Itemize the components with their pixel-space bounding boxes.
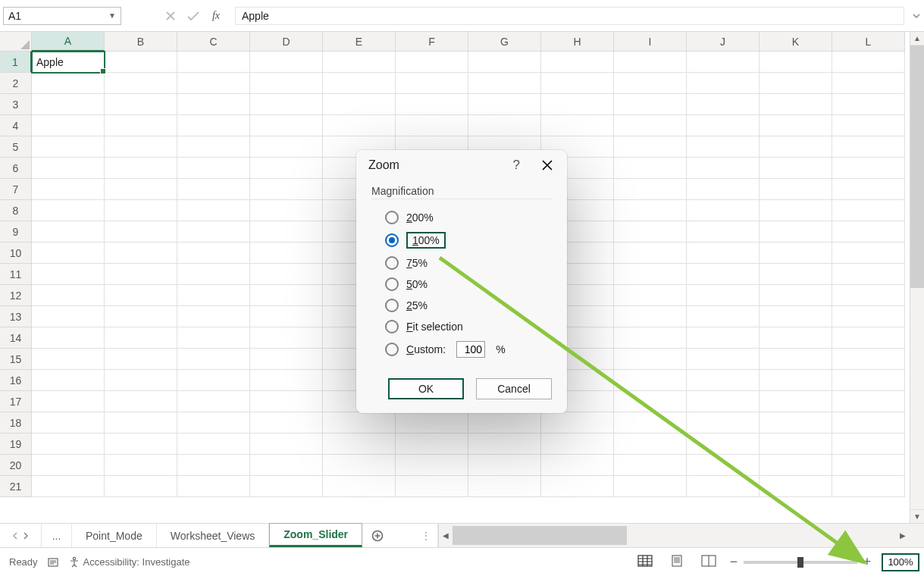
chevron-down-icon[interactable]: ▼ <box>108 11 116 20</box>
cell[interactable] <box>250 349 323 370</box>
cell[interactable] <box>760 285 832 306</box>
cell[interactable] <box>687 412 760 434</box>
zoom-out-button[interactable]: − <box>727 554 741 570</box>
column-header[interactable]: F <box>396 32 468 52</box>
accessibility-status[interactable]: Accessibility: Investigate <box>68 556 190 568</box>
cell[interactable] <box>250 94 323 115</box>
cell[interactable] <box>541 434 614 455</box>
row-header[interactable]: 9 <box>0 221 32 243</box>
cell[interactable] <box>760 136 832 158</box>
cell[interactable] <box>687 476 760 497</box>
cell[interactable] <box>687 391 760 412</box>
cell[interactable] <box>832 327 905 349</box>
cell[interactable] <box>687 285 760 306</box>
row-header[interactable]: 13 <box>0 306 32 327</box>
cell[interactable] <box>760 52 832 73</box>
cell[interactable] <box>323 115 396 136</box>
cell[interactable] <box>832 264 905 285</box>
cell[interactable] <box>614 243 687 264</box>
column-header[interactable]: B <box>105 32 177 52</box>
cell[interactable] <box>832 476 905 497</box>
cell[interactable] <box>32 73 105 94</box>
scroll-up-icon[interactable]: ▲ <box>910 32 924 45</box>
cell[interactable] <box>760 306 832 327</box>
cell[interactable] <box>105 73 177 94</box>
cell[interactable] <box>177 285 250 306</box>
cell[interactable] <box>177 243 250 264</box>
vertical-scroll-thumb[interactable] <box>910 45 924 288</box>
cell[interactable] <box>250 115 323 136</box>
cell[interactable] <box>832 179 905 200</box>
cell[interactable] <box>177 264 250 285</box>
cell[interactable] <box>760 158 832 179</box>
row-header[interactable]: 8 <box>0 200 32 221</box>
cell[interactable] <box>32 476 105 497</box>
zoom-option-75[interactable]: 75% <box>371 252 552 274</box>
cell[interactable] <box>32 434 105 455</box>
cell[interactable] <box>541 455 614 476</box>
cell[interactable] <box>614 136 687 158</box>
cell[interactable] <box>468 115 541 136</box>
zoom-option-custom[interactable]: Custom: % <box>371 337 552 362</box>
cell[interactable] <box>396 52 468 73</box>
cell[interactable] <box>832 306 905 327</box>
cell[interactable] <box>177 94 250 115</box>
cell[interactable] <box>541 412 614 434</box>
cell[interactable] <box>250 455 323 476</box>
page-layout-view-icon[interactable] <box>669 555 684 569</box>
cell[interactable] <box>832 200 905 221</box>
cell[interactable] <box>687 264 760 285</box>
cell[interactable] <box>468 455 541 476</box>
row-header[interactable]: 14 <box>0 327 32 349</box>
row-header[interactable]: 6 <box>0 158 32 179</box>
zoom-level-button[interactable]: 100% <box>882 553 919 571</box>
cell[interactable] <box>614 179 687 200</box>
cell[interactable] <box>687 200 760 221</box>
cell[interactable] <box>832 221 905 243</box>
cell[interactable] <box>468 412 541 434</box>
page-break-view-icon[interactable] <box>701 555 716 569</box>
column-header[interactable]: C <box>177 32 250 52</box>
row-header[interactable]: 11 <box>0 264 32 285</box>
row-header[interactable]: 1 <box>0 52 32 73</box>
cell[interactable] <box>32 349 105 370</box>
cell[interactable] <box>177 200 250 221</box>
cell[interactable] <box>177 221 250 243</box>
cell[interactable] <box>687 158 760 179</box>
row-header[interactable]: 12 <box>0 285 32 306</box>
cell[interactable] <box>32 391 105 412</box>
cell[interactable] <box>614 158 687 179</box>
cell[interactable] <box>177 370 250 391</box>
column-header[interactable]: K <box>760 32 832 52</box>
cell[interactable] <box>32 306 105 327</box>
cell[interactable] <box>614 306 687 327</box>
cell[interactable] <box>760 221 832 243</box>
column-header[interactable]: D <box>250 32 323 52</box>
row-header[interactable]: 21 <box>0 476 32 497</box>
cell[interactable] <box>614 349 687 370</box>
cancel-button[interactable]: Cancel <box>476 378 552 399</box>
cell[interactable] <box>760 412 832 434</box>
cell[interactable] <box>105 285 177 306</box>
row-header[interactable]: 10 <box>0 243 32 264</box>
sheet-tab-worksheet-views[interactable]: Worksheet_Views <box>157 524 270 547</box>
cell[interactable] <box>541 52 614 73</box>
cell[interactable] <box>105 264 177 285</box>
cell[interactable] <box>250 264 323 285</box>
cell[interactable] <box>760 179 832 200</box>
cell[interactable] <box>832 391 905 412</box>
column-header[interactable]: J <box>687 32 760 52</box>
cell[interactable] <box>250 285 323 306</box>
row-header[interactable]: 5 <box>0 136 32 158</box>
cell[interactable] <box>760 94 832 115</box>
cell[interactable] <box>32 221 105 243</box>
cell[interactable] <box>250 136 323 158</box>
cell[interactable] <box>250 73 323 94</box>
cell[interactable] <box>832 412 905 434</box>
cell[interactable] <box>105 327 177 349</box>
name-box[interactable]: A1 ▼ <box>3 7 121 25</box>
cell[interactable] <box>832 349 905 370</box>
cell[interactable] <box>32 243 105 264</box>
fx-icon[interactable]: fx <box>205 7 227 25</box>
cell[interactable] <box>250 200 323 221</box>
